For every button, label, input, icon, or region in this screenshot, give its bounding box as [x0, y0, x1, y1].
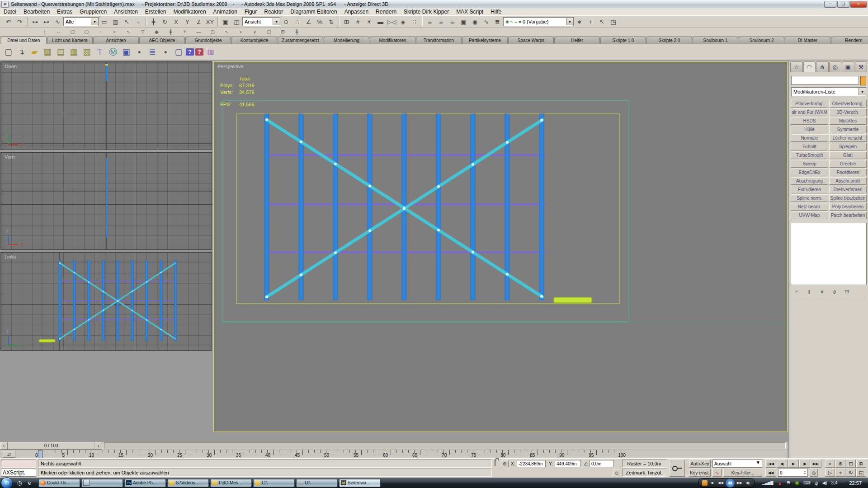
reference-book-icon[interactable]: ▥: [205, 46, 217, 58]
new-scene-icon[interactable]: ▢: [2, 46, 14, 58]
modifier-button[interactable]: HSDS: [791, 117, 828, 125]
modifier-button[interactable]: Symmetrie: [829, 126, 867, 133]
menu-item[interactable]: Animation: [210, 9, 241, 15]
dotted-region-icon[interactable]: ▫: [97, 28, 104, 35]
axis-constraint-vertical-icon[interactable]: ↕: [41, 28, 48, 35]
mini-listener-pink[interactable]: [1, 460, 36, 468]
restrict-y-icon[interactable]: Y: [182, 17, 193, 27]
shelf-tab[interactable]: Ansichten: [93, 37, 139, 44]
shelf-tab[interactable]: Modifikatoren: [370, 37, 415, 44]
taskbar-clock[interactable]: 22:57: [849, 480, 862, 486]
mirror-dialog-icon[interactable]: ◫: [231, 17, 242, 27]
rendered-frame-window-icon[interactable]: ▣: [458, 17, 469, 27]
reference-coordsys-combo[interactable]: Ansicht ▼: [242, 17, 280, 26]
next-frame-arrow[interactable]: ›: [94, 442, 102, 450]
placement-icon[interactable]: ◳: [608, 17, 619, 27]
mirror-icon[interactable]: ▷◁: [386, 17, 397, 27]
save-incremental-icon[interactable]: ▦: [68, 46, 80, 58]
modifier-button[interactable]: Sweep: [791, 160, 828, 168]
viewport-label[interactable]: Perspektive: [217, 64, 243, 69]
axis-constraint-horizontal-icon[interactable]: ↔: [55, 28, 62, 35]
rectangular-selection-region-icon[interactable]: ▭: [99, 17, 110, 27]
key-mode-curve-icon[interactable]: ∿: [712, 469, 722, 477]
zoom-all-icon[interactable]: ⊕: [835, 460, 845, 468]
shelf-tab[interactable]: Transformation: [416, 37, 462, 44]
render-preset-b-icon[interactable]: ☕: [435, 17, 447, 27]
pin-stack-icon[interactable]: ⊦: [792, 288, 801, 296]
absolute-mode-toggle-icon[interactable]: ⊕: [501, 460, 509, 467]
menu-item[interactable]: Datei: [0, 9, 20, 15]
target-dot-icon[interactable]: ◉: [153, 28, 160, 35]
media-stop-button[interactable]: ■: [709, 480, 716, 486]
media-previous-button[interactable]: ◀◀: [717, 480, 724, 486]
shelf-tab[interactable]: Space Warps: [508, 37, 554, 44]
light-icon[interactable]: ☀: [363, 17, 375, 27]
modifier-button[interactable]: Netz bearb.: [791, 203, 828, 211]
modifier-button[interactable]: MultiRes: [829, 117, 867, 125]
modifier-button[interactable]: Greeble: [829, 160, 867, 168]
task-photoshop[interactable]: Ps Adobe Ph...: [124, 479, 166, 487]
tab-create[interactable]: ☆: [790, 61, 803, 72]
flag-icon[interactable]: ⚑: [786, 480, 791, 486]
start-button[interactable]: ⊞: [1, 477, 13, 488]
frame-spinner[interactable]: ▲▼: [804, 470, 806, 475]
configure-modifier-sets-icon[interactable]: ⊡: [843, 288, 852, 296]
named-selection-sets-icon[interactable]: ⊞: [341, 17, 352, 27]
make-unique-icon[interactable]: ∨: [817, 288, 826, 296]
modifier-button[interactable]: Normale: [791, 134, 828, 142]
plus-small-2-icon[interactable]: ╋: [293, 28, 301, 35]
antenna-icon[interactable]: ▲: [777, 480, 782, 486]
media-volume-button[interactable]: ◀): [745, 480, 751, 486]
task-folder-c[interactable]: C:\: [253, 479, 295, 487]
modifier-button[interactable]: Glatt: [829, 151, 867, 159]
current-frame-field[interactable]: 0 ▲▼: [778, 469, 808, 477]
modifier-button[interactable]: Abschr.profil: [829, 177, 867, 185]
measure-distance-icon[interactable]: ▬: [375, 17, 386, 27]
chevron-down-icon[interactable]: ▼: [566, 18, 573, 25]
modifier-button[interactable]: Oberflverformg.: [829, 100, 867, 108]
modifier-button[interactable]: Schnitt: [791, 143, 828, 150]
min-max-toggle-icon[interactable]: ◱: [856, 469, 866, 477]
shelf-tab[interactable]: Zusammengesetzt: [278, 37, 323, 44]
menu-item[interactable]: Modifikatoren: [170, 9, 210, 15]
modifier-button[interactable]: Facettieren: [829, 169, 867, 176]
menu-item[interactable]: Figur: [241, 9, 260, 15]
page-small-icon[interactable]: ▢: [69, 28, 76, 35]
previous-frame-arrow[interactable]: ‹: [0, 442, 8, 450]
pin-tab-icon[interactable]: ⊤: [94, 46, 106, 58]
isolation-mode-icon[interactable]: ◇: [613, 469, 620, 476]
import-icon[interactable]: ↴: [15, 46, 27, 58]
object-color-swatch[interactable]: [860, 76, 866, 85]
menu-item[interactable]: Extras: [53, 9, 76, 15]
box-small-2-icon[interactable]: ▢: [265, 28, 273, 35]
viewport-top[interactable]: Oben y x: [0, 61, 212, 150]
tab-modify[interactable]: ◠: [803, 61, 816, 72]
modifier-button[interactable]: 3D-Versch.: [829, 108, 867, 116]
shelf-tab[interactable]: Modellierung: [324, 37, 369, 44]
viewport-left[interactable]: Links z y: [0, 252, 212, 351]
modifier-button[interactable]: Patch bearbeiten: [829, 211, 867, 219]
modifier-button[interactable]: Löcher verschl.: [829, 134, 867, 142]
modifier-button[interactable]: Spline norm.: [791, 194, 828, 202]
move-small-icon[interactable]: ╋: [167, 28, 175, 35]
maximize-button[interactable]: ❏: [837, 1, 849, 8]
menu-item[interactable]: MAX Script: [453, 9, 487, 15]
zoom-region-icon[interactable]: ⧉: [856, 460, 866, 468]
quick-launch-clock-icon[interactable]: ◷: [15, 479, 24, 487]
tab-utilities[interactable]: ⚒: [855, 61, 868, 72]
modifier-button[interactable]: EdgeChEx: [791, 169, 828, 176]
network-signal-icon[interactable]: ▁▃▅▇: [762, 481, 774, 485]
select-and-link-icon[interactable]: ⊶: [29, 17, 41, 27]
box-small-icon[interactable]: ▢: [209, 28, 217, 35]
y-coordinate-field[interactable]: 449,409m: [555, 460, 581, 467]
modifier-button[interactable]: Drehverfahren: [829, 186, 867, 193]
select-and-rotate-icon[interactable]: ↻: [159, 17, 170, 27]
select-and-move-icon[interactable]: ╋: [148, 17, 159, 27]
macro-recorder-icon[interactable]: ●: [160, 46, 171, 58]
chevron-down-icon[interactable]: ▼: [859, 88, 866, 95]
shelf-tab[interactable]: Datei und Daten: [1, 36, 47, 44]
input-device-icon[interactable]: ⌨: [803, 480, 811, 486]
align-icon[interactable]: ◈: [397, 17, 409, 27]
help-red-book-icon[interactable]: ?: [195, 48, 203, 56]
menu-item[interactable]: Rendern: [372, 9, 400, 15]
